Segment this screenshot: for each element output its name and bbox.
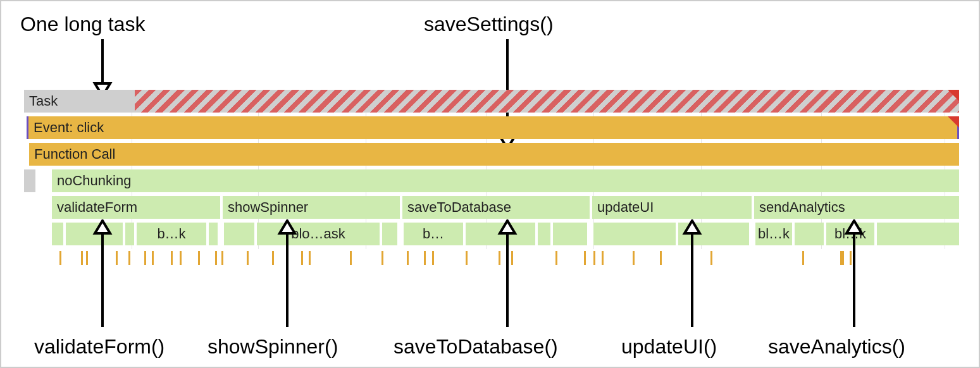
updateui-bar[interactable]: updateUI [592,196,752,219]
svg-marker-4 [95,221,110,233]
annotation-showspinner: showSpinner() [208,335,338,359]
flame-chart: Task Event: click Function Call noChunki… [24,90,959,249]
function-call-row[interactable]: Function Call [24,143,959,166]
subblock[interactable] [795,223,824,245]
annotation-one-long-task: One long task [20,13,145,36]
event-click-bar[interactable]: Event: click [27,116,959,139]
subblock[interactable] [52,223,63,245]
annotation-saveanalytics: saveAnalytics() [768,335,905,359]
svg-marker-6 [280,221,295,233]
subblock[interactable] [538,223,550,245]
subblocks-row: b…k blo…ask b… bl…k bl…k [24,223,959,245]
arrow-down-icon [90,39,115,97]
nochunking-row[interactable]: noChunking [24,169,959,192]
annotation-updateui: updateUI() [621,335,717,359]
arrow-up-icon [495,219,520,327]
nochunking-bar[interactable]: noChunking [52,169,959,192]
sendanalytics-bar[interactable]: sendAnalytics [754,196,959,219]
task-row[interactable]: Task [24,90,959,113]
savetodatabase-bar[interactable]: saveToDatabase [402,196,590,219]
subblock-labeled[interactable]: b… [404,223,463,245]
tiny-bar[interactable] [24,169,35,192]
svg-marker-10 [685,221,700,233]
arrow-up-icon [679,219,705,327]
subblock[interactable] [553,223,587,245]
arrow-up-icon [841,219,867,327]
annotation-save-settings: saveSettings() [424,13,554,36]
subblock[interactable] [224,223,254,245]
subblock[interactable] [209,223,218,245]
functions-row: validateForm showSpinner saveToDatabase … [24,196,959,219]
subblock-labeled[interactable]: b…k [137,223,206,245]
subblock[interactable] [125,223,134,245]
svg-marker-8 [500,221,515,233]
showspinner-bar[interactable]: showSpinner [223,196,400,219]
validateform-bar[interactable]: validateForm [52,196,220,219]
subblock[interactable] [593,223,676,245]
subblock-labeled[interactable]: bl…k [755,223,792,245]
subblock[interactable] [877,223,959,245]
arrow-up-icon [275,219,300,327]
arrow-up-icon [90,219,115,327]
long-task-marker-icon [948,90,959,101]
task-bar-gray[interactable]: Task [24,90,135,113]
task-bar-blocked[interactable] [135,90,959,113]
subblock[interactable] [382,223,397,245]
annotation-validateform: validateForm() [34,335,164,359]
function-call-bar[interactable]: Function Call [29,143,959,166]
long-task-marker-icon [948,116,959,128]
event-row[interactable]: Event: click [24,116,959,139]
svg-marker-12 [847,221,862,233]
annotation-savetodatabase: saveToDatabase() [394,335,558,359]
